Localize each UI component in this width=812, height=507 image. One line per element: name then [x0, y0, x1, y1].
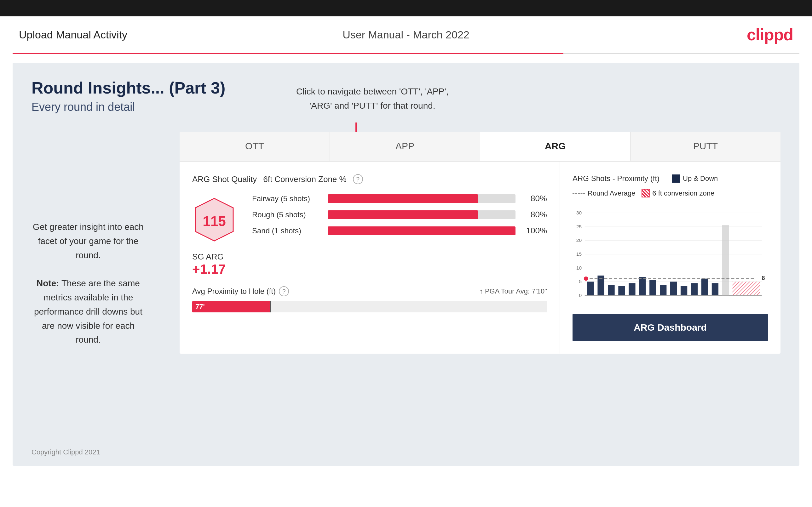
svg-rect-27	[701, 279, 708, 295]
tab-row: OTT APP ARG PUTT	[180, 132, 780, 162]
proximity-bar-fill: 77'	[192, 301, 270, 313]
svg-rect-21	[639, 277, 646, 295]
svg-rect-20	[628, 283, 635, 295]
tab-putt[interactable]: PUTT	[630, 132, 780, 161]
proximity-label-text: Avg Proximity to Hole (ft)	[192, 287, 276, 296]
svg-text:5: 5	[579, 279, 582, 284]
note-label: Note:	[37, 278, 59, 288]
main-card: OTT APP ARG PUTT ARG Shot Quality 6ft Co…	[180, 132, 780, 354]
bar-fill-rough	[328, 210, 478, 219]
top-bar	[0, 0, 812, 16]
main-content: Round Insights... (Part 3) Every round i…	[13, 63, 799, 466]
shot-quality-label: ARG Shot Quality	[192, 174, 257, 184]
shot-row-sand: Sand (1 shots) 100%	[252, 226, 547, 235]
svg-point-33	[584, 277, 588, 281]
shot-label-fairway: Fairway (5 shots)	[252, 194, 321, 203]
pct-rough: 80%	[522, 210, 547, 220]
arg-dashboard-button[interactable]: ARG Dashboard	[572, 314, 768, 341]
help-icon[interactable]: ?	[353, 174, 363, 184]
chart-header: ARG Shots - Proximity (ft) Up & Down Rou…	[572, 174, 768, 198]
svg-rect-23	[660, 285, 666, 295]
svg-text:0: 0	[579, 292, 582, 298]
bar-fairway	[328, 194, 515, 203]
shot-bars: Fairway (5 shots) 80% Rough (5 shots)	[252, 194, 547, 242]
right-panel: ARG Shots - Proximity (ft) Up & Down Rou…	[560, 162, 780, 354]
sg-value: +1.17	[192, 262, 547, 277]
nav-annotation-text: Click to navigate between 'OTT', 'APP','…	[296, 87, 449, 111]
header-divider	[13, 53, 799, 54]
legend-box-icon	[672, 174, 680, 183]
proximity-cursor	[270, 301, 271, 313]
legend-hatch-icon	[642, 189, 650, 198]
svg-text:15: 15	[576, 251, 582, 257]
legend-dashed-icon	[572, 193, 585, 194]
legend-round-avg: Round Average	[572, 189, 635, 198]
proximity-label: Avg Proximity to Hole (ft) ?	[192, 286, 289, 296]
logo: clippd	[747, 25, 793, 44]
svg-rect-22	[649, 280, 656, 295]
bar-rough	[328, 210, 515, 219]
svg-text:20: 20	[576, 237, 582, 243]
svg-rect-19	[618, 286, 625, 295]
pga-avg: ↑ PGA Tour Avg: 7'10"	[479, 287, 547, 295]
upload-label[interactable]: Upload Manual Activity	[19, 29, 127, 41]
svg-rect-16	[587, 282, 594, 295]
copyright-text: Copyright Clippd 2021	[32, 448, 100, 456]
proximity-help-icon[interactable]: ?	[279, 286, 289, 296]
footer: Copyright Clippd 2021	[32, 448, 100, 456]
proximity-header: Avg Proximity to Hole (ft) ? ↑ PGA Tour …	[192, 286, 547, 296]
nav-annotation: Click to navigate between 'OTT', 'APP','…	[296, 85, 449, 113]
left-insight: Get greater insight into each facet of y…	[32, 220, 145, 347]
shot-label-rough: Rough (5 shots)	[252, 210, 321, 219]
chart-svg: 30 25 20 15 10 5 0	[572, 204, 768, 308]
legend-conversion-label: 6 ft conversion zone	[652, 189, 714, 198]
pct-fairway: 80%	[522, 194, 547, 204]
tab-app[interactable]: APP	[330, 132, 480, 161]
chart-title: ARG Shots - Proximity (ft)	[572, 174, 659, 183]
sg-section: SG ARG +1.17	[192, 252, 547, 277]
tab-arg[interactable]: ARG	[480, 132, 630, 161]
proximity-section: Avg Proximity to Hole (ft) ? ↑ PGA Tour …	[192, 286, 547, 313]
legend-conversion: 6 ft conversion zone	[642, 189, 714, 198]
conversion-label: 6ft Conversion Zone %	[263, 174, 346, 184]
legend-up-down: Up & Down	[672, 174, 718, 183]
tab-ott[interactable]: OTT	[180, 132, 330, 161]
proximity-value: 77'	[195, 303, 205, 311]
bar-fill-fairway	[328, 194, 478, 203]
hex-score-value: 115	[203, 214, 225, 229]
shot-row-rough: Rough (5 shots) 80%	[252, 210, 547, 220]
chart-area: 30 25 20 15 10 5 0	[572, 204, 768, 308]
svg-text:30: 30	[576, 210, 582, 215]
pct-sand: 100%	[522, 226, 547, 235]
shot-label-sand: Sand (1 shots)	[252, 226, 321, 235]
svg-rect-28	[712, 283, 718, 295]
header: Upload Manual Activity User Manual - Mar…	[0, 16, 812, 53]
svg-rect-26	[691, 283, 698, 295]
hex-container: 115 Fairway (5 shots) 80%	[192, 194, 547, 246]
svg-text:8: 8	[762, 275, 765, 281]
card-body: ARG Shot Quality 6ft Conversion Zone % ?…	[180, 162, 780, 354]
proximity-bar: 77'	[192, 301, 547, 313]
svg-rect-24	[670, 282, 677, 295]
svg-rect-25	[680, 286, 687, 295]
bar-sand	[328, 226, 515, 235]
sg-label: SG ARG	[192, 252, 547, 262]
bar-fill-sand	[328, 226, 515, 235]
svg-rect-29	[722, 225, 729, 295]
svg-text:25: 25	[576, 224, 582, 229]
left-panel: ARG Shot Quality 6ft Conversion Zone % ?…	[180, 162, 560, 354]
shot-row-fairway: Fairway (5 shots) 80%	[252, 194, 547, 204]
insight-text: Get greater insight into each facet of y…	[33, 222, 144, 344]
hexagon-score: 115	[192, 197, 236, 246]
page-title: User Manual - March 2022	[343, 29, 469, 41]
svg-rect-18	[608, 285, 614, 295]
svg-rect-31	[732, 282, 760, 295]
legend-up-down-label: Up & Down	[683, 174, 718, 183]
svg-text:10: 10	[576, 265, 582, 271]
shot-quality-row: ARG Shot Quality 6ft Conversion Zone % ?	[192, 174, 547, 184]
legend-round-avg-label: Round Average	[588, 189, 635, 198]
